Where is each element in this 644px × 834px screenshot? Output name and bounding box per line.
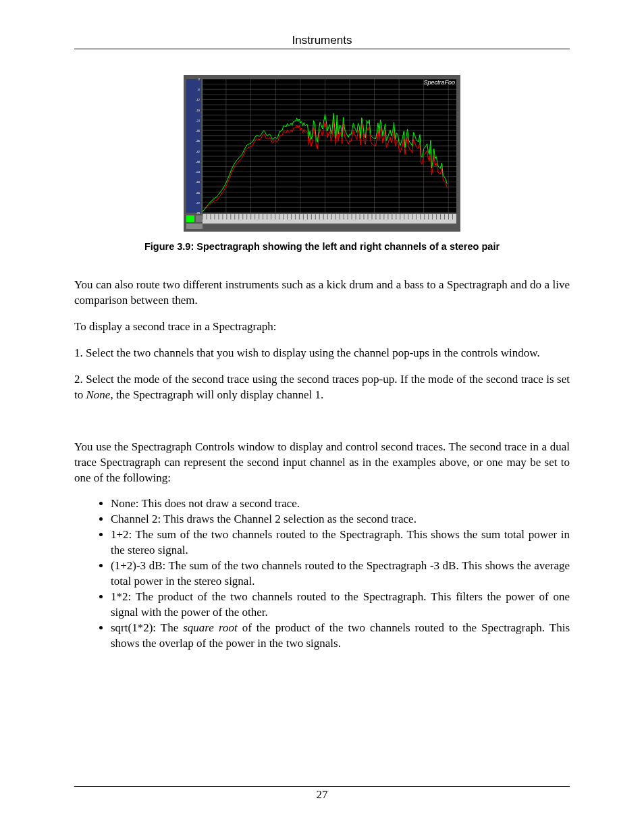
list-item: None: This does not draw a second trace. xyxy=(111,496,570,512)
text-run: sqrt(1*2): The xyxy=(111,621,183,634)
body-paragraph: To display a second trace in a Spectragr… xyxy=(74,319,570,335)
svg-text:-18: -18 xyxy=(196,109,200,112)
list-item: Channel 2: This draws the Channel 2 sele… xyxy=(111,512,570,527)
svg-text:-54: -54 xyxy=(196,170,200,174)
svg-text:-12: -12 xyxy=(196,98,200,101)
page-footer: 27 xyxy=(74,786,570,802)
text-run: , the Spectragraph will only display cha… xyxy=(110,388,323,401)
list-item: (1+2)-3 dB: The sum of the two channels … xyxy=(111,558,570,590)
svg-rect-122 xyxy=(186,224,203,229)
svg-text:-60: -60 xyxy=(196,180,200,184)
svg-text:-36: -36 xyxy=(196,139,200,142)
svg-text:-66: -66 xyxy=(196,191,200,194)
list-item: sqrt(1*2): The square root of the produc… xyxy=(111,621,570,652)
list-item: 1+2: The sum of the two channels routed … xyxy=(111,527,570,558)
text-run-italic: square root xyxy=(183,621,237,634)
svg-text:-48: -48 xyxy=(196,160,200,163)
svg-text:-42: -42 xyxy=(196,150,200,153)
svg-text:-24: -24 xyxy=(196,119,200,122)
body-paragraph: You can also route two different instrum… xyxy=(74,278,570,309)
svg-text:-72: -72 xyxy=(196,201,200,205)
spectragraph-chart: 0-6-12-18-24-30-36-42-48-54-60-66-72-78S… xyxy=(184,75,460,232)
svg-rect-120 xyxy=(186,215,194,222)
text-run-italic: None xyxy=(86,388,110,401)
svg-text:-78: -78 xyxy=(196,211,200,215)
svg-text:-30: -30 xyxy=(196,129,200,132)
step-paragraph: 1. Select the two channels that you wish… xyxy=(74,346,570,361)
list-item: 1*2: The product of the two channels rou… xyxy=(111,590,570,621)
svg-rect-41 xyxy=(203,214,456,224)
options-list: None: This does not draw a second trace.… xyxy=(74,496,570,651)
step-paragraph: 2. Select the mode of the second trace u… xyxy=(74,372,570,403)
running-header: Instruments xyxy=(74,34,570,49)
page: Instruments 0-6-12-18-24-30-36-42-48-54-… xyxy=(0,0,644,834)
svg-rect-121 xyxy=(196,215,203,222)
body-paragraph: You use the Spectragraph Controls window… xyxy=(74,440,570,486)
spectragraph-figure: 0-6-12-18-24-30-36-42-48-54-60-66-72-78S… xyxy=(184,75,460,232)
figure-caption: Figure 3.9: Spectragraph showing the lef… xyxy=(74,241,570,252)
svg-text:SpectraFoo: SpectraFoo xyxy=(423,79,455,86)
